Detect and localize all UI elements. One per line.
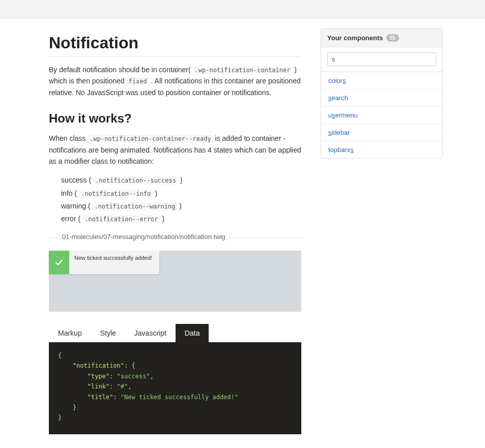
code-fixed: fixed [127, 77, 149, 85]
list-item: search [321, 89, 442, 106]
state-warning: warning ( .notification--warning ) [61, 200, 301, 213]
list-item: sidebar [321, 124, 442, 141]
state-info: info ( .notification--info ) [61, 187, 301, 200]
components-search-input[interactable] [327, 52, 436, 66]
state-code: .notification--error [82, 215, 160, 223]
top-bar [0, 0, 485, 18]
components-count-badge: 15 [386, 34, 399, 42]
list-item: topbarxs [321, 141, 442, 158]
code-container-class: .wp-notification-container [193, 66, 293, 74]
state-code: .notification--warning [92, 202, 177, 211]
state-error: error ( .notification--error ) [61, 213, 301, 225]
main-content: Notification By default notification sho… [0, 28, 316, 434]
notification-toast: New ticked successfully added! [49, 251, 159, 274]
code-ready-class: .wp-notification-container--ready [88, 135, 213, 143]
file-path-divider: 01-molecules/07-messaging/notification/n… [49, 237, 301, 246]
tab-style[interactable]: Style [91, 324, 125, 342]
components-header: Your components 15 [321, 29, 442, 47]
page-container: Notification By default notification sho… [0, 18, 485, 448]
components-title: Your components [327, 34, 383, 42]
code-tabs: Markup Style Javascript Data [49, 324, 301, 342]
check-icon [49, 251, 69, 274]
page-title: Notification [49, 34, 301, 57]
preview-area: New ticked successfully added! [49, 251, 301, 312]
tab-markup[interactable]: Markup [49, 324, 91, 342]
component-link-topbarxs[interactable]: topbarxs [321, 141, 442, 158]
components-search-wrap [321, 47, 442, 72]
state-success: success ( .notification--success ) [61, 174, 301, 187]
intro-paragraph: By default notification should be in con… [49, 64, 301, 98]
how-it-works-title: How it works? [49, 111, 301, 126]
components-panel: Your components 15 colors search usermen… [321, 28, 443, 159]
state-code: .notification--info [79, 190, 153, 198]
list-item: usermenu [321, 106, 442, 124]
how-paragraph: When class .wp-notification-container--r… [49, 133, 301, 167]
list-item: colors [321, 72, 442, 89]
component-link-sidebar[interactable]: sidebar [321, 124, 442, 141]
component-link-search[interactable]: search [321, 89, 442, 106]
components-list: colors search usermenu sidebar topbarxs [321, 72, 442, 158]
sidebar: Your components 15 colors search usermen… [321, 28, 443, 434]
how-text: When class [49, 134, 88, 142]
states-list: success ( .notification--success ) info … [61, 174, 301, 225]
state-code: .notification--success [93, 176, 178, 185]
tab-javascript[interactable]: Javascript [125, 324, 176, 342]
component-link-usermenu[interactable]: usermenu [321, 107, 442, 124]
file-path-label: 01-molecules/07-messaging/notification/n… [59, 233, 229, 241]
notification-message: New ticked successfully added! [69, 251, 159, 274]
component-link-colors[interactable]: colors [321, 72, 442, 89]
intro-text: By default notification should be in con… [49, 66, 193, 74]
tab-data[interactable]: Data [176, 324, 209, 342]
code-block: { "notification": { "type": "success", "… [49, 342, 301, 434]
